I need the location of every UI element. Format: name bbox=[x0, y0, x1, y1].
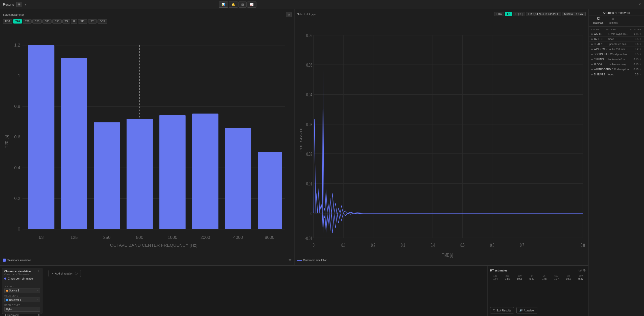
close-panel-btn[interactable]: × bbox=[583, 268, 585, 272]
rt-freq-500: 500 bbox=[515, 275, 525, 277]
svg-text:0: 0 bbox=[18, 226, 20, 231]
ceiling-dot bbox=[591, 59, 593, 60]
receiver-name: Receiver 1 bbox=[9, 299, 21, 301]
legend-label: Classroom simulation bbox=[7, 259, 31, 262]
auralizer-btn[interactable]: 🔊 Auralizer bbox=[516, 307, 537, 313]
copy-icon-btn[interactable]: ⧉ bbox=[286, 12, 292, 17]
plot-edc[interactable]: EDC bbox=[494, 12, 504, 16]
material-row-shelves[interactable]: SHELVES Wood 0.5 ✎ bbox=[589, 72, 644, 77]
material-row-walls[interactable]: WALLS 13 mm Gypsum/Plaste... 0.15 ✎ bbox=[589, 32, 644, 37]
bottom-actions: ⬡ Exit Results 🔊 Auralizer bbox=[490, 307, 586, 313]
floor-edit[interactable]: ✎ bbox=[639, 63, 641, 66]
material-row-whiteboard[interactable]: WHITEBOARD 5 % absorption 0.15 ✎ bbox=[589, 67, 644, 72]
tab-settings[interactable]: ⚙ Settings bbox=[606, 15, 620, 26]
sim-active-indicator: Classroom simulation bbox=[4, 277, 40, 280]
line-chart-mode-btn[interactable]: 📈 bbox=[247, 2, 256, 8]
sim-card: Classroom simulation Classroom > Classro… bbox=[2, 268, 42, 314]
walls-edit[interactable]: ✎ bbox=[639, 33, 641, 35]
param-d50[interactable]: D50 bbox=[52, 19, 61, 24]
bookshelf-material: Wood panel with air s... bbox=[610, 53, 630, 56]
rt-val-7: 0.37 bbox=[576, 278, 586, 280]
shelves-dot bbox=[591, 74, 593, 75]
material-row-tables[interactable]: TABLES Wood 0.5 ✎ bbox=[589, 37, 644, 42]
tf-label: ··· TF bbox=[286, 259, 292, 261]
material-row-floor[interactable]: FLOOR Linoleum or vinyl on c... 0.15 ✎ bbox=[589, 62, 644, 67]
svg-text:0.7: 0.7 bbox=[520, 242, 524, 248]
ceiling-edit[interactable]: ✎ bbox=[639, 58, 641, 61]
param-t30[interactable]: T30 bbox=[23, 19, 32, 24]
param-c80[interactable]: C80 bbox=[42, 19, 52, 24]
rt-values-row: 0.84 0.86 0.61 0.42 0.38 0.37 0.56 0.37 bbox=[490, 278, 586, 280]
svg-text:-0.01: -0.01 bbox=[305, 235, 312, 241]
add-simulation-btn[interactable]: + Add simulation ⓘ bbox=[49, 270, 81, 277]
walls-scatter: 0.15 bbox=[630, 33, 638, 35]
bookshelf-layer: BOOKSHELF bbox=[594, 53, 609, 56]
source-select[interactable]: Source 1 ▾ bbox=[4, 288, 40, 293]
svg-text:0.02: 0.02 bbox=[306, 151, 312, 157]
material-row-ceiling[interactable]: CEILING Rockwool 40 mm, 115 ... 0.15 ✎ bbox=[589, 57, 644, 62]
svg-text:0.06: 0.06 bbox=[306, 32, 312, 38]
ceiling-layer: CEILING bbox=[594, 58, 607, 61]
rt-freq-2kb: 2k bbox=[563, 275, 574, 277]
plot-freq-response[interactable]: FREQUENCY RESPONSE bbox=[526, 12, 561, 16]
svg-text:63: 63 bbox=[39, 235, 44, 240]
tables-layer: TABLES bbox=[594, 38, 607, 40]
result-type-value: Hybrid bbox=[6, 308, 13, 311]
close-button[interactable]: × bbox=[639, 2, 641, 7]
tables-edit[interactable]: ✎ bbox=[639, 38, 641, 40]
col-material-header: MATERIAL bbox=[606, 28, 630, 31]
param-ts[interactable]: TS bbox=[62, 19, 70, 24]
download-btn[interactable]: ⬇ Download 🗑 bbox=[4, 313, 40, 316]
source-arrow: ▾ bbox=[37, 289, 38, 292]
svg-text:0.01: 0.01 bbox=[306, 181, 312, 186]
expand-icon-btn[interactable]: ⊞ bbox=[16, 2, 22, 7]
ir-chart-header: Select plot type EDC IR IR [DB] FREQUENC… bbox=[297, 12, 586, 16]
whiteboard-layer: WHITEBOARD bbox=[594, 68, 611, 71]
sim-menu-icon[interactable]: ⋮ bbox=[37, 270, 40, 273]
chairs-edit[interactable]: ✎ bbox=[639, 43, 641, 46]
windows-layer: WINDOWS bbox=[594, 48, 607, 51]
result-type-select[interactable]: Hybrid ▾ bbox=[4, 307, 40, 312]
param-sti[interactable]: STI bbox=[88, 19, 97, 24]
param-g[interactable]: G bbox=[71, 19, 77, 24]
svg-rect-22 bbox=[225, 128, 251, 229]
material-row-bookshelf[interactable]: BOOKSHELF Wood panel with air s... 0.5 ✎ bbox=[589, 52, 644, 57]
svg-text:4000: 4000 bbox=[233, 235, 243, 240]
windows-edit[interactable]: ✎ bbox=[639, 48, 641, 51]
exit-results-btn[interactable]: ⬡ Exit Results bbox=[490, 307, 514, 313]
svg-text:125: 125 bbox=[70, 235, 78, 240]
svg-text:0.05: 0.05 bbox=[306, 62, 312, 68]
bell-mode-btn[interactable]: 🔔 bbox=[229, 2, 238, 8]
shelves-scatter: 0.5 bbox=[630, 73, 638, 76]
svg-text:0.6: 0.6 bbox=[14, 134, 20, 139]
whiteboard-edit[interactable]: ✎ bbox=[639, 68, 641, 71]
grid-mode-btn[interactable]: ⊡ bbox=[238, 2, 247, 8]
param-spl[interactable]: SPL bbox=[78, 19, 87, 24]
param-odp[interactable]: ODP bbox=[98, 19, 108, 24]
shelves-edit[interactable]: ✎ bbox=[639, 73, 641, 76]
settings-icon: ⚙ bbox=[611, 17, 615, 21]
param-edt[interactable]: EDT bbox=[3, 19, 12, 24]
param-c50[interactable]: C50 bbox=[32, 19, 41, 24]
receiver-select[interactable]: Receiver 1 ▾ bbox=[4, 298, 40, 302]
bottom-panel-controls: ⌄ × bbox=[579, 268, 585, 272]
plot-spatial-decay[interactable]: SPATIAL DECAY bbox=[562, 12, 586, 16]
bookshelf-edit[interactable]: ✎ bbox=[639, 53, 641, 56]
delete-icon[interactable]: 🗑 bbox=[38, 314, 40, 316]
svg-text:500: 500 bbox=[136, 235, 143, 240]
material-row-windows[interactable]: WINDOWS Double 2-3 mm glass,... 0.2 ✎ bbox=[589, 47, 644, 52]
material-row-chairs[interactable]: CHAIRS Upholstered seating 0.6 ✎ bbox=[589, 42, 644, 47]
floor-layer: FLOOR bbox=[594, 63, 607, 66]
tab-materials[interactable]: 🏗 Materials bbox=[591, 15, 606, 26]
svg-text:PRESSURE: PRESSURE bbox=[299, 125, 302, 153]
collapse-btn[interactable]: ⌄ bbox=[579, 268, 582, 272]
plot-ir[interactable]: IR bbox=[505, 12, 512, 16]
param-t20[interactable]: T20 bbox=[13, 19, 22, 24]
svg-text:OCTAVE BAND CENTER FREQUENCY [: OCTAVE BAND CENTER FREQUENCY [Hz] bbox=[110, 243, 197, 248]
plot-ir-db[interactable]: IR [DB] bbox=[513, 12, 525, 16]
sim-card-header: Classroom simulation Classroom > Classro… bbox=[4, 270, 40, 276]
bar-chart-mode-btn[interactable]: 📊 bbox=[219, 2, 228, 8]
rt-val-4: 0.38 bbox=[539, 278, 549, 280]
plot-type-buttons: EDC IR IR [DB] FREQUENCY RESPONSE SPATIA… bbox=[494, 12, 586, 16]
auralizer-label: Auralizer bbox=[524, 309, 535, 312]
